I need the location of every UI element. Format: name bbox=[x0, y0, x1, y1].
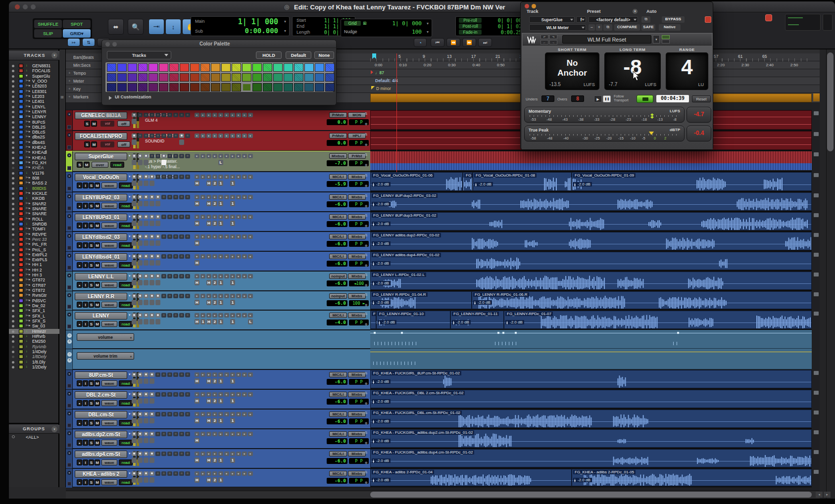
insert-slot[interactable] bbox=[185, 175, 190, 179]
input-button[interactable]: I bbox=[83, 203, 88, 209]
send-slot[interactable]: ✦ bbox=[224, 254, 229, 259]
solo-button[interactable]: S bbox=[89, 321, 94, 327]
insert-slot[interactable] bbox=[155, 372, 160, 377]
automation-icon[interactable]: ⇅ bbox=[365, 312, 368, 316]
insert-slot[interactable] bbox=[144, 471, 148, 476]
solo-button[interactable]: S bbox=[89, 183, 94, 188]
volume-value[interactable]: -6.0 bbox=[327, 399, 347, 405]
track-header-lenny-r-r[interactable]: ▾LENNY R.R▾●ISMwaveread✦✦✦✦✦✦✦✦✦✦HH211no… bbox=[66, 291, 370, 310]
color-swatch[interactable] bbox=[107, 83, 116, 92]
send-slot[interactable]: ✦ bbox=[236, 195, 241, 199]
insert-letter-1[interactable] bbox=[149, 477, 154, 483]
send-slot[interactable]: ✦ bbox=[212, 195, 217, 199]
track-collapse-icon[interactable]: ▾ bbox=[67, 174, 71, 178]
insert-letter-r[interactable] bbox=[144, 260, 148, 266]
volume-value[interactable]: -6.0 bbox=[327, 221, 347, 227]
input-button[interactable]: I bbox=[83, 380, 88, 386]
insert-slot[interactable] bbox=[149, 234, 154, 239]
next-icon[interactable]: → bbox=[549, 40, 557, 45]
send-slot[interactable]: ✦ bbox=[242, 254, 247, 259]
sidebar-track-item[interactable]: ⊢▸SNAR2 bbox=[9, 201, 59, 206]
send-letter-1[interactable]: 1 bbox=[230, 280, 235, 285]
send-letter-1[interactable]: 1 bbox=[218, 221, 223, 226]
color-swatch[interactable] bbox=[252, 63, 262, 72]
color-swatch[interactable] bbox=[325, 63, 335, 72]
solo-button[interactable]: S bbox=[89, 262, 94, 268]
audio-clip[interactable]: FG_LENNY 8UP.dup3-RPDc_01-02-2.0 dB bbox=[370, 212, 812, 230]
send-slot[interactable]: ✦ bbox=[195, 313, 199, 318]
track-show-dot[interactable] bbox=[12, 116, 14, 118]
color-swatch[interactable] bbox=[315, 83, 324, 92]
volume-value[interactable]: -7.0 bbox=[327, 160, 347, 166]
send-slot[interactable]: ✦ bbox=[236, 113, 241, 117]
sidebar-track-item[interactable]: ↓V1176 bbox=[9, 171, 59, 176]
track-collapse-icon[interactable]: ▾ bbox=[67, 112, 71, 116]
read-button[interactable]: read bbox=[119, 420, 133, 426]
send-letter-2[interactable]: 2 bbox=[212, 418, 217, 423]
sidebar-track-item[interactable]: ↓KIKDB bbox=[9, 196, 59, 201]
input-button[interactable]: I bbox=[83, 321, 88, 327]
insert-slot[interactable] bbox=[161, 154, 166, 158]
overs-value[interactable]: 8 bbox=[571, 95, 584, 102]
insert-slot[interactable] bbox=[161, 392, 166, 397]
input-button[interactable]: I bbox=[83, 223, 88, 229]
wave-view-button[interactable]: wave bbox=[101, 262, 117, 268]
insert-letter-q[interactable] bbox=[149, 221, 154, 226]
color-swatch[interactable] bbox=[169, 73, 179, 82]
track-show-dot[interactable] bbox=[12, 121, 14, 124]
insert-slot[interactable] bbox=[185, 294, 190, 298]
send-slot[interactable]: ✦ bbox=[200, 134, 205, 138]
color-swatch[interactable] bbox=[242, 63, 251, 72]
send-slot[interactable]: ✦ bbox=[206, 113, 211, 117]
wave-view-button[interactable]: wave bbox=[101, 183, 117, 188]
wave-view-button[interactable]: wave bbox=[101, 420, 117, 426]
go-to-end-button[interactable]: ⏭ bbox=[478, 38, 492, 47]
insert-slot[interactable] bbox=[185, 274, 190, 278]
send-slot[interactable]: ✦ bbox=[206, 134, 211, 138]
send-slot[interactable]: ✦ bbox=[248, 254, 253, 259]
track-show-dot[interactable] bbox=[12, 289, 14, 292]
insert-letter-r[interactable] bbox=[144, 280, 148, 285]
automation-icon[interactable]: ⇅ bbox=[365, 253, 368, 257]
vertical-scroll-thumb[interactable] bbox=[827, 52, 834, 151]
insert-slot[interactable] bbox=[155, 134, 160, 138]
automation-icon[interactable]: ⇅ bbox=[365, 112, 368, 116]
track-show-dot[interactable] bbox=[12, 356, 14, 358]
main-counter-chevron-icon[interactable]: ▾ bbox=[284, 19, 286, 24]
track-right-chip[interactable] bbox=[813, 311, 819, 316]
redo-icon[interactable]: ↷ bbox=[549, 35, 557, 39]
input-path-chip[interactable]: MIC/LI bbox=[329, 372, 347, 377]
insert-letter-a[interactable] bbox=[132, 119, 137, 124]
send-slot[interactable]: ✦ bbox=[212, 392, 217, 397]
send-slot[interactable]: ✦ bbox=[236, 471, 241, 476]
track-name-chevron-icon[interactable]: ▾ bbox=[129, 294, 131, 298]
color-swatch[interactable] bbox=[232, 63, 241, 72]
input-path-chip[interactable]: noinput bbox=[329, 293, 347, 299]
track-collapse-icon[interactable]: ▾ bbox=[67, 234, 71, 238]
send-slot[interactable]: ✦ bbox=[224, 154, 229, 158]
track-show-dot[interactable] bbox=[12, 187, 14, 190]
palette-none-button[interactable]: None bbox=[314, 51, 334, 59]
audio-clip[interactable]: FG_KHEA - adlibs 2-RPDc_01-04-2.0 dB bbox=[370, 469, 572, 486]
insert-slot[interactable] bbox=[185, 195, 190, 199]
read-button[interactable]: read bbox=[119, 223, 133, 229]
sidebar-track-item[interactable]: ↓1/4Dely bbox=[9, 349, 59, 354]
send-slot[interactable]: ✦ bbox=[224, 412, 229, 416]
send-slot[interactable]: ✦ bbox=[218, 113, 223, 117]
track-header-adlbs-dp4-cm-st[interactable]: ▾adlbs.dp4.cm-St▾●ISMwaveread✦✦✦✦✦✦✦✦✦✦H… bbox=[66, 449, 370, 468]
color-swatch[interactable] bbox=[315, 73, 324, 82]
insert-slot[interactable] bbox=[185, 154, 190, 158]
send-slot[interactable]: ✦ bbox=[200, 452, 205, 456]
sidebar-track-item[interactable]: ↓HIRvrb bbox=[9, 334, 59, 339]
send-slot[interactable]: ✦ bbox=[224, 294, 229, 298]
send-slot[interactable]: ✦ bbox=[218, 195, 223, 199]
send-slot[interactable]: ✦ bbox=[212, 134, 217, 138]
send-letter-2[interactable]: 2 bbox=[212, 280, 217, 285]
sidebar-track-item[interactable]: ⊢▸LE401 bbox=[9, 99, 59, 104]
send-slot[interactable]: ✦ bbox=[206, 452, 211, 456]
color-swatch[interactable] bbox=[159, 73, 168, 82]
insert-slot[interactable] bbox=[167, 274, 172, 278]
track-show-dot[interactable] bbox=[12, 151, 14, 154]
send-letter-h[interactable]: H bbox=[195, 398, 199, 404]
audio-clip[interactable]: FG_LENNY-RPDc_01-07-2.0 dB bbox=[504, 311, 812, 329]
